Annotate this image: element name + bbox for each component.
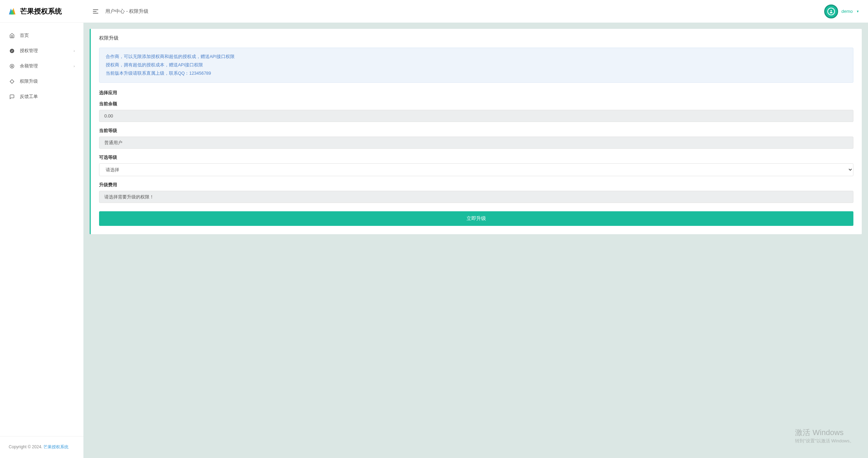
- level-field: [99, 137, 853, 149]
- section-title: 选择应用: [99, 90, 853, 96]
- sidebar-item-home[interactable]: 首页: [0, 28, 83, 43]
- caret-down-icon: ▼: [856, 10, 859, 13]
- alert-line: 授权商，拥有超低的授权成本，赠送API接口权限: [106, 61, 847, 69]
- sidebar-item-label: 首页: [20, 32, 75, 39]
- breadcrumb: 用户中心 - 权限升级: [105, 8, 824, 15]
- sidebar-item-label: 反馈工单: [20, 93, 75, 100]
- sidebar-item-feedback[interactable]: 反馈工单: [0, 89, 83, 104]
- sidebar-item-balance[interactable]: 余额管理 ›: [0, 58, 83, 74]
- user-name: demo: [842, 9, 853, 14]
- card-title: 权限升级: [91, 29, 862, 48]
- alert-line: 当前版本升级请联系直属上级，联系QQ：123456789: [106, 69, 847, 78]
- diamond-icon: [9, 78, 15, 84]
- sidebar-item-label: 授权管理: [20, 48, 74, 54]
- sidebar-footer: Copyright © 2024. 芒果授权系统: [0, 436, 83, 458]
- brand-name: 芒果授权系统: [20, 7, 62, 16]
- copyright-link[interactable]: 芒果授权系统: [43, 444, 68, 449]
- chat-icon: [9, 93, 15, 100]
- select-level-label: 可选等级: [99, 154, 853, 161]
- chevron-right-icon: ›: [74, 49, 75, 53]
- level-label: 当前等级: [99, 128, 853, 134]
- sidebar-item-auth[interactable]: 授权管理 ›: [0, 43, 83, 58]
- logo-icon: [7, 6, 17, 16]
- alert-line: 合作商，可以无限添加授权商和超低的授权成，赠送API接口权限: [106, 53, 847, 61]
- brand-logo[interactable]: 芒果授权系统: [0, 0, 83, 23]
- upgrade-submit-button[interactable]: 立即升级: [99, 211, 853, 226]
- sidebar-item-label: 余额管理: [20, 63, 74, 69]
- info-alert: 合作商，可以无限添加授权商和超低的授权成，赠送API接口权限 授权商，拥有超低的…: [99, 48, 853, 83]
- sidebar-item-label: 权限升级: [20, 78, 75, 84]
- topbar: 用户中心 - 权限升级 demo ▼: [83, 0, 868, 23]
- sidebar-toggle-button[interactable]: [92, 8, 99, 15]
- coin-icon: [9, 63, 15, 69]
- sidebar-item-upgrade[interactable]: 权限升级: [0, 74, 83, 89]
- copyright-text: Copyright © 2024.: [9, 444, 42, 449]
- cost-field: [99, 191, 853, 203]
- cost-label: 升级费用: [99, 182, 853, 188]
- svg-point-5: [830, 10, 832, 11]
- level-select[interactable]: 请选择: [99, 163, 853, 176]
- sidebar: 芒果授权系统 首页 授权管理 › 余额管理 ›: [0, 0, 83, 458]
- balance-label: 当前余额: [99, 101, 853, 107]
- upgrade-card: 权限升级 合作商，可以无限添加授权商和超低的授权成，赠送API接口权限 授权商，…: [90, 29, 862, 234]
- sidebar-menu: 首页 授权管理 › 余额管理 › 权限升级: [0, 23, 83, 436]
- home-icon: [9, 32, 15, 39]
- check-circle-icon: [9, 48, 15, 54]
- user-menu[interactable]: demo ▼: [824, 5, 859, 18]
- chevron-right-icon: ›: [74, 64, 75, 68]
- menu-icon: [92, 8, 99, 15]
- user-icon: [829, 9, 833, 14]
- balance-field: [99, 110, 853, 122]
- avatar: [824, 5, 838, 18]
